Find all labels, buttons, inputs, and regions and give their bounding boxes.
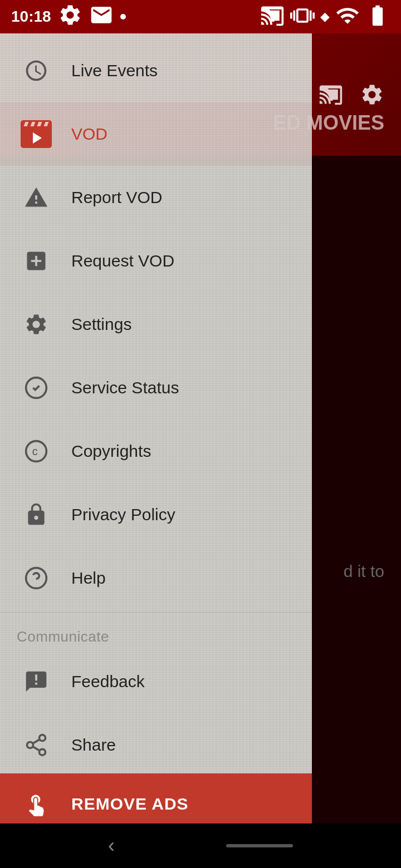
status-left: 10:18: [11, 3, 126, 31]
question-circle-icon: [17, 559, 56, 598]
svg-line-8: [33, 747, 40, 751]
status-bar: 10:18 ◆: [0, 0, 401, 33]
bg-cast-icon: [319, 82, 343, 107]
drawer-inner: Live Events: [0, 33, 312, 835]
communicate-section-header: Communicate: [0, 615, 312, 650]
back-button[interactable]: ‹: [108, 834, 115, 857]
sidebar-item-live-events[interactable]: Live Events: [0, 39, 312, 102]
bg-bottom-text: d it to: [344, 562, 384, 581]
navigation-bar: ‹: [0, 823, 401, 868]
signal-icon: ◆: [320, 9, 330, 24]
bg-settings-icon: [360, 82, 384, 107]
copyright-icon: c: [17, 432, 56, 471]
gear-icon: [17, 305, 56, 344]
sidebar-item-service-status[interactable]: Service Status: [0, 356, 312, 420]
share-icon: [17, 726, 56, 765]
sidebar-item-request-vod[interactable]: Request VOD: [0, 229, 312, 293]
cast-icon: [260, 3, 285, 30]
feedback-icon: [17, 662, 56, 701]
copyrights-label: Copyrights: [71, 442, 151, 461]
sidebar-item-feedback[interactable]: Feedback: [0, 650, 312, 713]
svg-point-5: [40, 735, 46, 741]
share-label: Share: [71, 736, 116, 754]
sidebar-item-settings[interactable]: Settings: [0, 293, 312, 356]
home-indicator[interactable]: [226, 844, 293, 847]
svg-point-7: [40, 749, 46, 755]
calendar-clock-icon: [17, 51, 56, 90]
sidebar-item-copyrights[interactable]: c Copyrights: [0, 420, 312, 483]
section-divider: [0, 612, 312, 613]
warning-icon: [17, 178, 56, 217]
svg-text:c: c: [32, 445, 38, 457]
svg-line-9: [33, 739, 40, 743]
svg-point-6: [27, 742, 33, 748]
remove-ads-label: REMOVE ADS: [71, 795, 189, 813]
sidebar-item-help[interactable]: Help: [0, 546, 312, 610]
gmail-icon: [89, 3, 114, 31]
sidebar-item-share[interactable]: Share: [0, 713, 312, 773]
settings-label: Settings: [71, 315, 131, 334]
vibrate-icon: [290, 3, 315, 30]
feedback-label: Feedback: [71, 672, 145, 691]
status-right: ◆: [260, 3, 390, 30]
report-vod-label: Report VOD: [71, 188, 162, 207]
settings-icon: [58, 3, 82, 31]
live-events-label: Live Events: [71, 61, 158, 80]
sidebar-item-vod[interactable]: VOD: [0, 102, 312, 166]
service-status-label: Service Status: [71, 378, 179, 397]
vod-icon: [17, 115, 56, 154]
vod-label: VOD: [71, 125, 107, 144]
privacy-policy-label: Privacy Policy: [71, 505, 175, 524]
dot-indicator: [120, 14, 126, 19]
plus-box-icon: [17, 241, 56, 280]
check-circle-icon: [17, 368, 56, 407]
navigation-drawer: Live Events: [0, 33, 312, 835]
help-label: Help: [71, 569, 106, 588]
sidebar-item-privacy-policy[interactable]: Privacy Policy: [0, 483, 312, 546]
battery-icon: [365, 3, 390, 30]
lock-icon: [17, 495, 56, 534]
hand-stop-icon: [17, 785, 56, 823]
sidebar-item-report-vod[interactable]: Report VOD: [0, 166, 312, 229]
request-vod-label: Request VOD: [71, 251, 174, 270]
wifi-icon: [335, 3, 360, 30]
status-time: 10:18: [11, 8, 51, 26]
menu-list: Live Events: [0, 33, 312, 773]
